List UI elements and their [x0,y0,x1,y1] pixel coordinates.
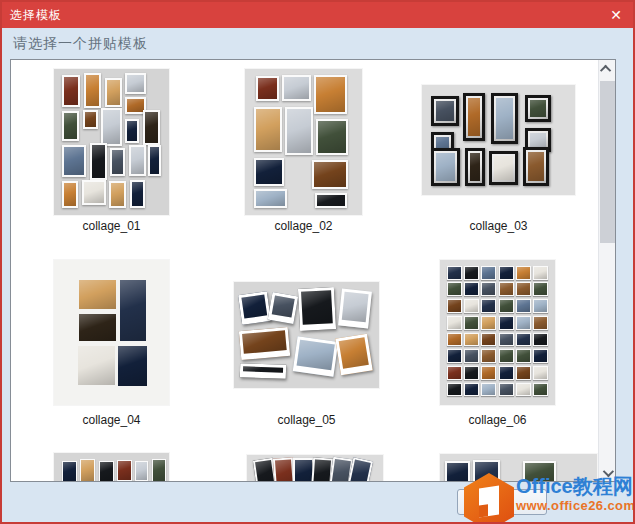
collage-photo-tile [499,299,514,313]
collage-photo-tile [101,108,122,146]
dialog-titlebar[interactable]: 选择模板 ✕ [2,2,633,28]
template-thumbnail-collage-06[interactable] [440,260,555,405]
collage-photo-tile [464,316,479,330]
template-thumbnail-collage-03[interactable] [422,85,575,195]
collage-photo-tile [447,349,462,363]
collage-photo-tile [533,349,548,363]
collage-photo-tile [499,282,514,296]
template-thumbnail-collage-05[interactable] [234,282,379,388]
collage-photo-tile [109,181,126,207]
scrollbar-thumb[interactable] [600,81,615,243]
collage-photo-tile [481,333,496,347]
collage-photo-tile [125,119,139,144]
template-label-collage-01: collage_01 [54,219,169,234]
collage-photo-tile [293,458,313,482]
collage-photo-tile [239,327,291,360]
template-label-collage-02: collage_02 [245,219,362,234]
scroll-down-button[interactable] [599,464,615,481]
template-thumbnail-partial-right[interactable] [440,454,597,482]
collage-photo-tile [62,145,86,177]
collage-photo-tile [110,148,125,176]
collage-photo-tile [447,316,462,330]
collage-photo-tile [464,282,479,296]
collage-photo-tile [78,346,115,385]
collage-photo-tile [431,96,459,126]
template-thumbnail-partial-middle[interactable] [247,455,383,482]
collage-photo-tile [516,299,531,313]
collage-photo-tile [445,461,470,482]
confirm-button[interactable] [457,489,547,515]
collage-photo-tile [314,75,347,114]
collage-photo-tile [499,333,514,347]
collage-photo-tile [129,145,146,176]
collage-photo-tile [254,158,283,186]
collage-photo-tile [447,333,462,347]
collage-photo-tile [473,460,500,482]
template-label-collage-03: collage_03 [422,219,575,234]
close-icon[interactable]: ✕ [603,2,629,28]
collage-photo-tile [312,160,348,189]
collage-photo-tile [83,110,98,129]
collage-photo-tile [481,266,496,280]
collage-photo-tile [516,333,531,347]
collage-photo-tile [256,76,279,101]
collage-photo-tile [143,110,160,145]
collage-photo-tile [491,93,519,145]
collage-photo-tile [499,366,514,380]
collage-photo-tile [125,73,146,93]
collage-photo-tile [481,282,496,296]
scroll-up-button[interactable] [599,60,615,77]
collage-photo-tile [533,316,548,330]
collage-photo-tile [533,333,548,347]
collage-photo-tile [464,299,479,313]
template-thumbnail-collage-02[interactable] [245,69,362,215]
collage-photo-tile [516,316,531,330]
template-label-collage-05: collage_05 [234,413,379,428]
collage-photo-tile [238,291,271,324]
chevron-down-icon [603,465,614,476]
template-label-collage-04: collage_04 [54,413,169,428]
collage-photo-tile [447,366,462,380]
collage-photo-tile [82,180,106,205]
collage-photo-tile [447,383,462,397]
collage-photo-tile [525,95,551,123]
template-thumbnail-collage-01[interactable] [54,69,169,215]
collage-photo-tile [464,383,479,397]
collage-photo-tile [464,366,479,380]
collage-photo-tile [533,299,548,313]
collage-photo-tile [316,119,348,156]
collage-photo-tile [62,111,79,140]
collage-photo-tile [62,75,80,107]
vertical-scrollbar[interactable] [598,60,615,481]
template-thumbnail-partial-left[interactable] [54,453,169,482]
collage-photo-tile [533,383,548,397]
collage-photo-tile [84,73,101,108]
collage-photo-tile [105,78,122,107]
collage-photo-tile [80,459,95,482]
collage-photo-tile [533,366,548,380]
collage-photo-tile [499,266,514,280]
collage-photo-tile [293,337,338,377]
collage-photo-tile [268,292,298,324]
collage-photo-tile [298,287,336,331]
collage-photo-tile [533,282,548,296]
collage-photo-tile [523,461,556,482]
collage-photo-tile [464,266,479,280]
collage-photo-tile [99,461,114,482]
collage-photo-tile [464,333,479,347]
collage-photo-tile [499,316,514,330]
template-thumbnail-collage-04[interactable] [54,260,169,405]
collage-photo-tile [79,314,116,342]
collage-photo-tile [489,151,518,185]
collage-photo-tile [516,349,531,363]
collage-photo-tile [464,349,479,363]
template-scroll-area: collage_01 collage_02 collage_03 collage… [10,59,616,482]
collage-photo-tile [90,143,107,180]
collage-photo-tile [62,181,78,207]
collage-photo-tile [447,266,462,280]
collage-photo-tile [481,316,496,330]
prompt-text: 请选择一个拼贴模板 [13,35,148,53]
collage-photo-tile [499,383,514,397]
collage-photo-tile [120,280,146,341]
collage-photo-tile [516,266,531,280]
